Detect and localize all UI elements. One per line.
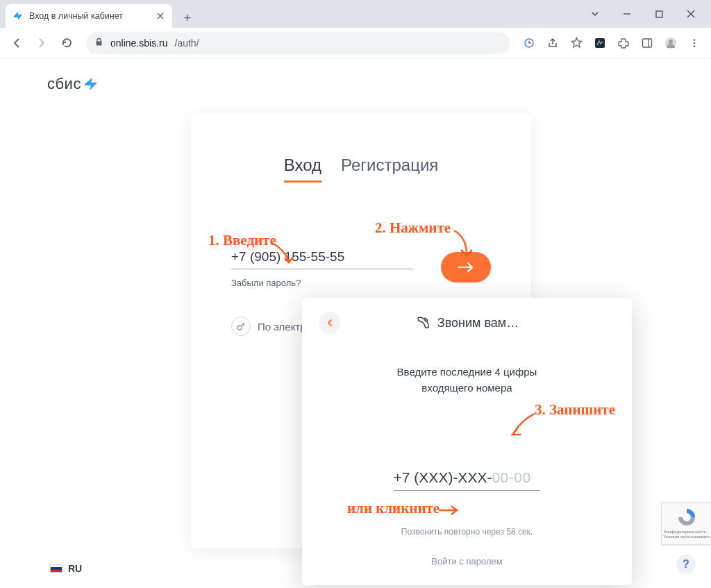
chevron-down-icon[interactable] xyxy=(579,3,611,25)
tab-login[interactable]: Вход xyxy=(284,156,321,183)
sbis-logo[interactable]: сбис xyxy=(47,75,99,93)
browser-tab[interactable]: Вход в личный кабинет xyxy=(6,4,172,28)
sbis-favicon xyxy=(12,10,24,22)
close-window-icon[interactable] xyxy=(675,3,707,25)
share-icon[interactable] xyxy=(542,32,564,54)
arrow-right-icon xyxy=(457,261,475,274)
call-instruction: Введите последние 4 цифры входящего номе… xyxy=(319,364,615,396)
minimize-icon[interactable] xyxy=(611,3,643,25)
browser-chrome: Вход в личный кабинет + online.sbis.ru/a… xyxy=(0,0,711,58)
reload-button[interactable] xyxy=(56,32,78,54)
maximize-icon[interactable] xyxy=(643,3,675,25)
svg-point-9 xyxy=(694,39,696,41)
key-icon xyxy=(231,317,251,336)
browser-toolbar: online.sbis.ru/auth/ xyxy=(0,28,711,58)
call-popup-title: Звоним вам… xyxy=(415,315,519,330)
svg-point-11 xyxy=(694,45,696,47)
svg-point-8 xyxy=(669,40,673,44)
profile-icon[interactable] xyxy=(660,32,682,54)
menu-icon[interactable] xyxy=(683,32,705,54)
window-controls xyxy=(579,0,707,28)
url-path: /auth/ xyxy=(175,37,199,49)
svg-rect-5 xyxy=(643,39,652,47)
page-content: сбис Вход Регистрация Забыли пароль? По … xyxy=(0,58,711,588)
call-popup: Звоним вам… Введите последние 4 цифры вх… xyxy=(302,298,632,585)
code-input[interactable] xyxy=(492,465,540,491)
new-tab-button[interactable]: + xyxy=(178,8,197,28)
svg-rect-1 xyxy=(656,11,662,17)
back-button-popup[interactable] xyxy=(319,312,341,334)
forgot-password-link[interactable]: Забыли пароль? xyxy=(231,278,301,288)
recaptcha-badge[interactable]: Конфиденциальность -Условия использовани… xyxy=(661,502,711,545)
star-icon[interactable] xyxy=(565,32,587,54)
help-button[interactable]: ? xyxy=(676,555,696,574)
chevron-left-icon xyxy=(326,319,334,327)
address-bar[interactable]: online.sbis.ru/auth/ xyxy=(86,32,510,54)
sidepanel-icon[interactable] xyxy=(636,32,658,54)
forward-button[interactable] xyxy=(31,32,53,54)
sbis-bird-icon xyxy=(83,76,99,92)
url-host: online.sbis.ru xyxy=(110,37,168,49)
language-selector[interactable]: RU xyxy=(50,563,82,574)
extensions-icon[interactable] xyxy=(612,32,635,54)
tab-register[interactable]: Регистрация xyxy=(341,156,438,183)
svg-point-10 xyxy=(694,42,696,44)
login-with-password-link[interactable]: Войти с паролем xyxy=(319,556,615,566)
auth-tabs: Вход Регистрация xyxy=(231,156,491,183)
close-icon[interactable] xyxy=(156,11,165,21)
code-input-row: +7 (ХХХ)-ХХХ- xyxy=(319,465,615,491)
flag-ru-icon xyxy=(50,564,62,573)
logo-text: сбис xyxy=(47,75,81,93)
phone-calling-icon xyxy=(415,315,430,330)
svg-rect-2 xyxy=(97,41,102,45)
retry-countdown: Позвонить повторно через 58 сек. xyxy=(319,527,615,537)
submit-button[interactable] xyxy=(441,252,491,283)
lock-icon xyxy=(94,37,103,49)
language-code: RU xyxy=(68,563,82,574)
email-login-label: По электр xyxy=(258,321,306,333)
code-prefix: +7 (ХХХ)-ХХХ- xyxy=(394,465,492,491)
extension-icon-1[interactable] xyxy=(589,32,611,54)
back-button[interactable] xyxy=(6,32,28,54)
google-icon[interactable] xyxy=(518,32,540,54)
recaptcha-icon xyxy=(677,507,696,527)
tab-title: Вход в личный кабинет xyxy=(29,11,150,21)
phone-input[interactable] xyxy=(231,245,413,269)
